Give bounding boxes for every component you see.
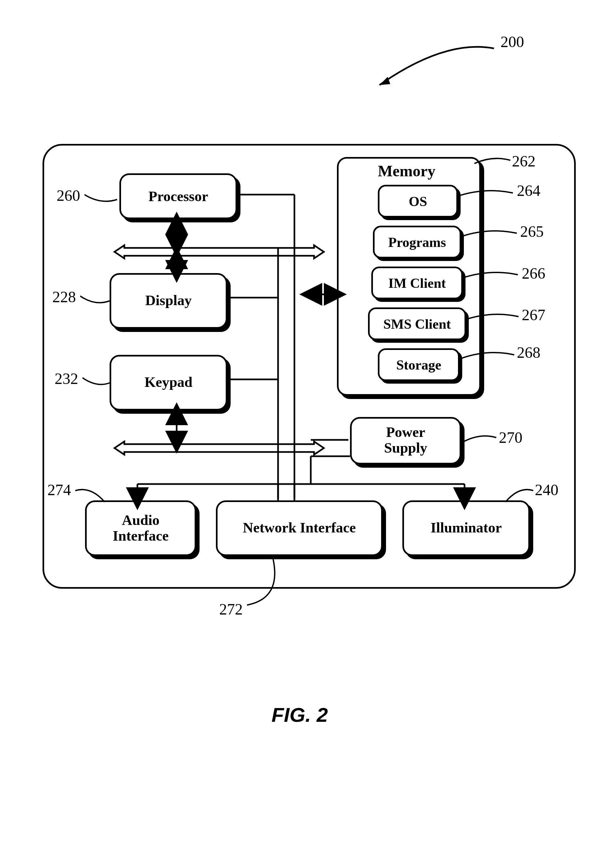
connector-bus [0,0,615,654]
page: 200 Processor 260 Display 228 Keypad 232… [0,0,615,868]
figure-caption: FIG. 2 [272,703,328,726]
